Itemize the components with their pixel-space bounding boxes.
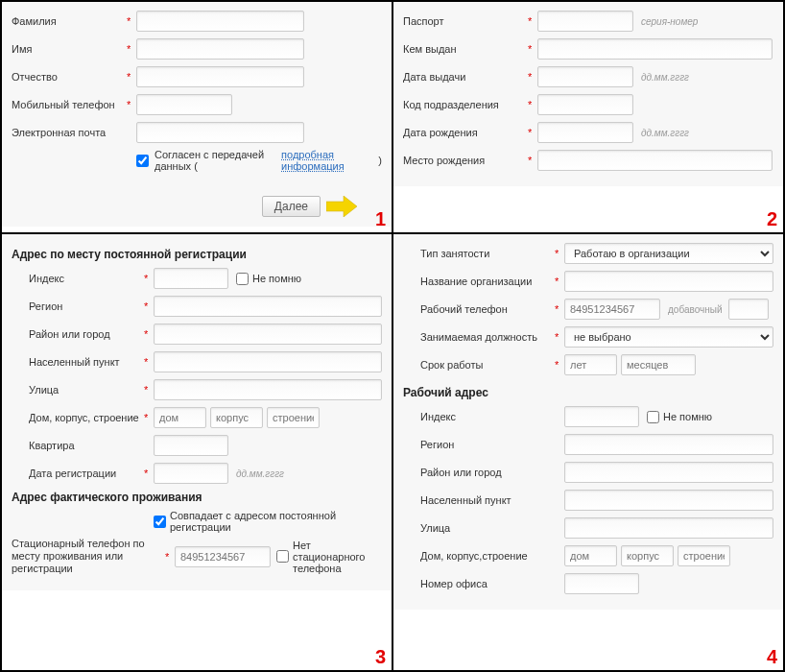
- checkbox-same-address[interactable]: [154, 516, 166, 528]
- input-passport[interactable]: [537, 11, 633, 32]
- consent-text: Согласен с передачей данных (: [155, 149, 279, 172]
- label-work-street: Улица: [420, 522, 555, 534]
- hint-issue-date: дд.мм.гггг: [641, 72, 689, 83]
- input-birth-place[interactable]: [537, 150, 773, 171]
- label-extension: добавочный: [668, 304, 723, 315]
- consent-link[interactable]: подробная информация: [281, 149, 376, 172]
- label-work-index: Индекс: [420, 411, 555, 422]
- checkbox-no-landline[interactable]: [276, 550, 289, 563]
- input-tenure-years[interactable]: [564, 354, 617, 375]
- input-reg-house[interactable]: [154, 407, 206, 428]
- input-org-name[interactable]: [564, 271, 773, 292]
- input-landline[interactable]: [175, 546, 271, 567]
- label-email: Электронная почта: [12, 127, 127, 138]
- label-firstname: Имя: [12, 43, 127, 55]
- input-reg-apartment[interactable]: [154, 435, 228, 456]
- label-reg-district: Район или город: [29, 328, 144, 340]
- input-work-office[interactable]: [564, 573, 639, 594]
- select-position[interactable]: не выбрано: [564, 326, 773, 348]
- step-1-panel: Фамилия * Имя * Отчество * Мобильный тел…: [2, 2, 392, 227]
- label-work-phone: Рабочий телефон: [420, 303, 555, 315]
- input-work-block[interactable]: [621, 545, 674, 566]
- input-work-region[interactable]: [564, 434, 773, 455]
- hint-passport: серия-номер: [641, 16, 698, 27]
- select-employment-type[interactable]: Работаю в организации: [564, 243, 773, 264]
- step-number-1: 1: [375, 208, 386, 230]
- label-reg-apartment: Квартира: [29, 440, 144, 451]
- input-reg-region[interactable]: [154, 296, 382, 317]
- input-issue-date[interactable]: [537, 66, 633, 87]
- svg-marker-0: [326, 196, 357, 217]
- input-work-locality[interactable]: [564, 490, 773, 511]
- input-mobile[interactable]: [136, 94, 232, 115]
- label-work-region: Регион: [420, 439, 555, 450]
- label-org-name: Название организации: [420, 276, 555, 287]
- input-email[interactable]: [136, 122, 304, 143]
- checkbox-work-not-remember[interactable]: [647, 411, 659, 423]
- fact-address-header: Адрес фактического проживания: [12, 491, 382, 504]
- label-lastname: Фамилия: [12, 15, 127, 27]
- label-passport: Паспорт: [403, 15, 528, 27]
- input-extension[interactable]: [728, 299, 769, 320]
- input-reg-block[interactable]: [210, 407, 263, 428]
- input-work-street[interactable]: [564, 517, 773, 539]
- label-issued-by: Кем выдан: [403, 43, 528, 55]
- input-patronymic[interactable]: [136, 66, 304, 87]
- step-3-cell: Адрес по месту постоянной регистрации Ин…: [1, 233, 392, 671]
- input-work-index[interactable]: [564, 406, 639, 427]
- input-work-building[interactable]: [678, 545, 730, 566]
- step-number-4: 4: [767, 646, 777, 668]
- step-2-panel: Паспорт * серия-номер Кем выдан * Дата в…: [393, 2, 783, 186]
- step-4-cell: Тип занятости * Работаю в организации На…: [392, 233, 784, 671]
- label-position: Занимаемая должность: [420, 331, 555, 343]
- label-reg-house: Дом, корпус, строение: [29, 412, 144, 423]
- label-landline: Стационарный телефон по месту проживания…: [12, 538, 165, 576]
- step-number-2: 2: [767, 208, 777, 230]
- arrow-right-icon: [326, 196, 357, 217]
- input-reg-street[interactable]: [154, 379, 382, 400]
- label-work-district: Район или город: [420, 467, 555, 478]
- input-work-district[interactable]: [564, 462, 773, 483]
- label-dept-code: Код подразделения: [403, 99, 528, 110]
- input-birth-date[interactable]: [537, 122, 633, 143]
- label-reg-index: Индекс: [29, 273, 144, 284]
- input-reg-date[interactable]: [154, 463, 228, 484]
- reg-address-header: Адрес по месту постоянной регистрации: [12, 248, 382, 261]
- label-birth-place: Место рождения: [403, 155, 528, 166]
- label-work-locality: Населенный пункт: [420, 494, 555, 506]
- label-work-not-remember: Не помню: [663, 411, 712, 422]
- input-work-phone[interactable]: [564, 299, 660, 320]
- label-work-office: Номер офиса: [420, 578, 555, 589]
- input-work-house[interactable]: [564, 545, 617, 566]
- step-2-cell: Паспорт * серия-номер Кем выдан * Дата в…: [392, 1, 784, 233]
- label-work-house: Дом, корпус,строение: [420, 550, 555, 562]
- label-not-remember: Не помню: [252, 273, 301, 284]
- label-same-address: Совпадает с адресом постоянной регистрац…: [170, 510, 382, 533]
- label-birth-date: Дата рождения: [403, 127, 528, 138]
- input-reg-index[interactable]: [154, 268, 228, 289]
- step-3-panel: Адрес по месту постоянной регистрации Ин…: [2, 234, 392, 590]
- input-tenure-months[interactable]: [621, 354, 696, 375]
- input-reg-locality[interactable]: [154, 351, 382, 372]
- checkbox-consent[interactable]: [136, 155, 149, 167]
- input-issued-by[interactable]: [537, 38, 773, 60]
- step-4-panel: Тип занятости * Работаю в организации На…: [393, 234, 783, 610]
- input-lastname[interactable]: [136, 11, 304, 32]
- step-1-cell: Фамилия * Имя * Отчество * Мобильный тел…: [1, 1, 392, 233]
- input-firstname[interactable]: [136, 38, 304, 60]
- label-patronymic: Отчество: [12, 71, 127, 83]
- label-no-landline: Нет стационарного телефона: [293, 540, 382, 574]
- label-reg-locality: Населенный пункт: [29, 356, 144, 368]
- input-reg-building[interactable]: [267, 407, 320, 428]
- input-reg-district[interactable]: [154, 324, 382, 345]
- label-mobile: Мобильный телефон: [12, 99, 127, 110]
- input-dept-code[interactable]: [537, 94, 633, 115]
- next-button[interactable]: Далее: [262, 196, 321, 217]
- hint-birth-date: дд.мм.гггг: [641, 128, 689, 138]
- label-tenure: Срок работы: [420, 359, 555, 371]
- label-issue-date: Дата выдачи: [403, 71, 528, 83]
- hint-reg-date: дд.мм.гггг: [236, 468, 284, 479]
- work-address-header: Рабочий адрес: [403, 386, 773, 399]
- consent-close: ): [378, 155, 382, 166]
- checkbox-reg-not-remember[interactable]: [236, 273, 249, 285]
